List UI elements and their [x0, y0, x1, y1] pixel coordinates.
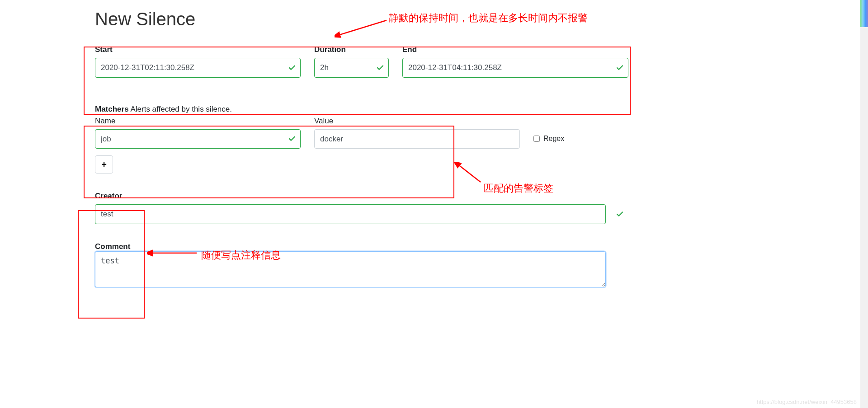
start-label: Start: [95, 45, 301, 54]
start-input[interactable]: [95, 58, 301, 78]
duration-input[interactable]: [314, 58, 389, 78]
matcher-row: Name Value Regex: [95, 117, 628, 149]
matcher-value-label: Value: [314, 117, 520, 126]
end-input[interactable]: [402, 58, 628, 78]
matchers-heading-text: Alerts affected by this silence.: [129, 105, 232, 113]
scrollbar-thumb[interactable]: [860, 0, 868, 27]
comment-label: Comment: [95, 242, 130, 251]
creator-block: Creator: [95, 192, 628, 224]
creator-label: Creator: [95, 192, 628, 201]
end-field: End: [402, 45, 628, 78]
matcher-value-input[interactable]: [314, 129, 520, 149]
comment-textarea[interactable]: [95, 251, 606, 287]
matcher-name-label: Name: [95, 117, 301, 126]
regex-checkbox[interactable]: [533, 136, 540, 142]
watermark: https://blog.csdn.net/weixin_44953658: [757, 399, 857, 405]
duration-field: Duration: [314, 45, 389, 78]
matchers-heading-bold: Matchers: [95, 105, 129, 113]
matcher-name-field: Name: [95, 117, 301, 149]
creator-input[interactable]: [95, 204, 606, 224]
matcher-name-input[interactable]: [95, 129, 301, 149]
matcher-value-field: Value: [314, 117, 520, 149]
add-matcher-button[interactable]: +: [95, 155, 113, 174]
matcher-regex: Regex: [533, 135, 588, 143]
comment-block: Comment: [95, 242, 628, 289]
check-icon: [616, 210, 624, 218]
regex-label: Regex: [543, 135, 564, 143]
duration-label: Duration: [314, 45, 389, 54]
scrollbar-track[interactable]: [860, 0, 868, 408]
matchers-heading: Matchers Alerts affected by this silence…: [95, 105, 628, 114]
end-label: End: [402, 45, 628, 54]
page-title: New Silence: [95, 9, 628, 29]
start-field: Start: [95, 45, 301, 78]
time-row: Start Duration End: [95, 45, 628, 78]
